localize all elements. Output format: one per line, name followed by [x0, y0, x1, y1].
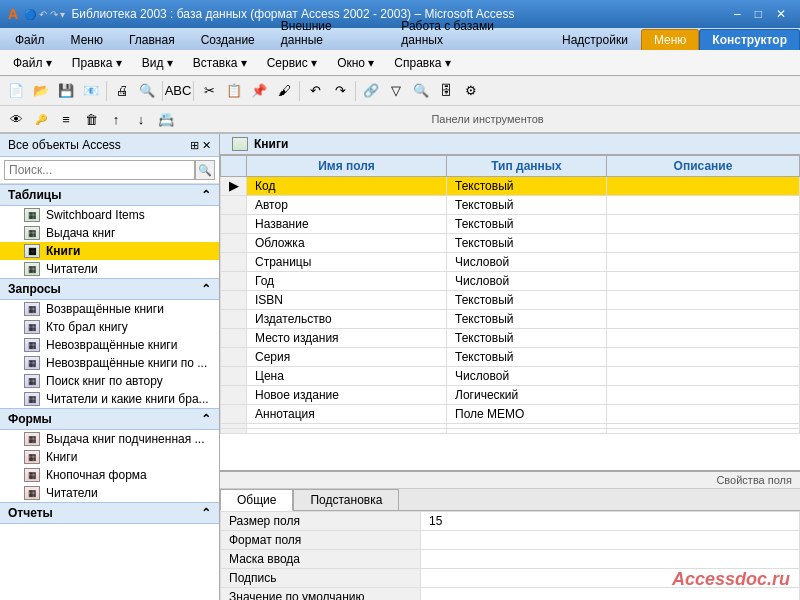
search-input[interactable]: [4, 160, 195, 180]
menu-service[interactable]: Сервис ▾: [258, 53, 326, 73]
description-cell[interactable]: [607, 253, 800, 272]
tab-constructor[interactable]: Конструктор: [699, 29, 800, 50]
section-reports[interactable]: Отчеты ⌃: [0, 502, 219, 524]
field-name-cell[interactable]: [247, 429, 447, 434]
data-type-cell[interactable]: Текстовый: [447, 196, 607, 215]
btn-print[interactable]: 🖨: [110, 79, 134, 103]
nav-f2[interactable]: ▦ Книги: [0, 448, 219, 466]
field-name-cell[interactable]: Аннотация: [247, 405, 447, 424]
table-row[interactable]: Цена Числовой: [221, 367, 800, 386]
nav-knigi[interactable]: ▦ Книги: [0, 242, 219, 260]
field-name-cell[interactable]: Обложка: [247, 234, 447, 253]
btn-idx[interactable]: 📇: [154, 107, 178, 131]
btn-up[interactable]: ↑: [104, 107, 128, 131]
field-name-cell[interactable]: Серия: [247, 348, 447, 367]
btn-props[interactable]: ⚙: [459, 79, 483, 103]
field-name-cell[interactable]: Новое издание: [247, 386, 447, 405]
data-type-cell[interactable]: Текстовый: [447, 291, 607, 310]
search-button[interactable]: 🔍: [195, 160, 215, 180]
btn-cut[interactable]: ✂: [197, 79, 221, 103]
btn-view2[interactable]: 👁: [4, 107, 28, 131]
table-row[interactable]: Аннотация Поле MEMO: [221, 405, 800, 424]
btn-redo[interactable]: ↷: [328, 79, 352, 103]
tab-db[interactable]: Работа с базами данных: [388, 15, 549, 50]
data-type-cell[interactable]: Поле MEMO: [447, 405, 607, 424]
data-type-cell[interactable]: Числовой: [447, 367, 607, 386]
nav-q3[interactable]: ▦ Невозвращённые книги: [0, 336, 219, 354]
prop-value[interactable]: [421, 588, 800, 601]
description-cell[interactable]: [607, 310, 800, 329]
btn-rows[interactable]: ≡: [54, 107, 78, 131]
field-name-cell[interactable]: Страницы: [247, 253, 447, 272]
field-name-cell[interactable]: Издательство: [247, 310, 447, 329]
nav-f4[interactable]: ▦ Читатели: [0, 484, 219, 502]
nav-q4[interactable]: ▦ Невозвращённые книги по ...: [0, 354, 219, 372]
field-name-cell[interactable]: Автор: [247, 196, 447, 215]
field-name-cell[interactable]: Год: [247, 272, 447, 291]
description-cell[interactable]: [607, 405, 800, 424]
table-row[interactable]: Издательство Текстовый: [221, 310, 800, 329]
menu-edit[interactable]: Правка ▾: [63, 53, 131, 73]
data-type-cell[interactable]: Логический: [447, 386, 607, 405]
data-type-cell[interactable]: Текстовый: [447, 215, 607, 234]
table-row[interactable]: Страницы Числовой: [221, 253, 800, 272]
btn-open[interactable]: 📂: [29, 79, 53, 103]
data-type-cell[interactable]: Текстовый: [447, 310, 607, 329]
table-row[interactable]: ▶ Код Текстовый: [221, 177, 800, 196]
description-cell[interactable]: [607, 291, 800, 310]
description-cell[interactable]: [607, 272, 800, 291]
table-row[interactable]: [221, 429, 800, 434]
nav-q1[interactable]: ▦ Возвращённые книги: [0, 300, 219, 318]
data-type-cell[interactable]: Числовой: [447, 272, 607, 291]
table-row[interactable]: Серия Текстовый: [221, 348, 800, 367]
section-forms[interactable]: Формы ⌃: [0, 408, 219, 430]
description-cell[interactable]: [607, 386, 800, 405]
menu-view[interactable]: Вид ▾: [133, 53, 182, 73]
tab-create[interactable]: Создание: [188, 29, 268, 50]
btn-spell[interactable]: ABC: [166, 79, 190, 103]
menu-file[interactable]: Файл ▾: [4, 53, 61, 73]
description-cell[interactable]: [607, 348, 800, 367]
data-type-cell[interactable]: Числовой: [447, 253, 607, 272]
table-row[interactable]: Год Числовой: [221, 272, 800, 291]
nav-f1[interactable]: ▦ Выдача книг подчиненная ...: [0, 430, 219, 448]
description-cell[interactable]: [607, 329, 800, 348]
prop-value[interactable]: [421, 531, 800, 550]
table-row[interactable]: Обложка Текстовый: [221, 234, 800, 253]
tab-menu2[interactable]: Меню: [641, 29, 699, 50]
btn-del[interactable]: 🗑: [79, 107, 103, 131]
description-cell[interactable]: [607, 177, 800, 196]
field-name-cell[interactable]: ISBN: [247, 291, 447, 310]
table-row[interactable]: ISBN Текстовый: [221, 291, 800, 310]
field-name-cell[interactable]: Цена: [247, 367, 447, 386]
prop-tab-lookup[interactable]: Подстановка: [293, 489, 399, 510]
section-queries[interactable]: Запросы ⌃: [0, 278, 219, 300]
description-cell[interactable]: [607, 429, 800, 434]
menu-window[interactable]: Окно ▾: [328, 53, 383, 73]
close-btn[interactable]: ✕: [770, 5, 792, 23]
tab-external[interactable]: Внешние данные: [268, 15, 389, 50]
menu-insert[interactable]: Вставка ▾: [184, 53, 256, 73]
field-name-cell[interactable]: Код: [247, 177, 447, 196]
btn-db2[interactable]: 🗄: [434, 79, 458, 103]
nav-readers[interactable]: ▦ Читатели: [0, 260, 219, 278]
btn-find[interactable]: 🔍: [409, 79, 433, 103]
tab-home[interactable]: Главная: [116, 29, 188, 50]
description-cell[interactable]: [607, 367, 800, 386]
description-cell[interactable]: [607, 234, 800, 253]
btn-save[interactable]: 💾: [54, 79, 78, 103]
description-cell[interactable]: [607, 196, 800, 215]
maximize-btn[interactable]: □: [749, 5, 768, 23]
nav-q5[interactable]: ▦ Поиск книг по автору: [0, 372, 219, 390]
tab-addons[interactable]: Надстройки: [549, 29, 641, 50]
nav-q6[interactable]: ▦ Читатели и какие книги бра...: [0, 390, 219, 408]
table-row[interactable]: Название Текстовый: [221, 215, 800, 234]
prop-tab-general[interactable]: Общие: [220, 489, 293, 511]
nav-f3[interactable]: ▦ Кнопочная форма: [0, 466, 219, 484]
btn-email[interactable]: 📧: [79, 79, 103, 103]
btn-format[interactable]: 🖌: [272, 79, 296, 103]
menu-help[interactable]: Справка ▾: [385, 53, 459, 73]
field-name-cell[interactable]: Название: [247, 215, 447, 234]
prop-value[interactable]: 15: [421, 512, 800, 531]
btn-paste[interactable]: 📌: [247, 79, 271, 103]
